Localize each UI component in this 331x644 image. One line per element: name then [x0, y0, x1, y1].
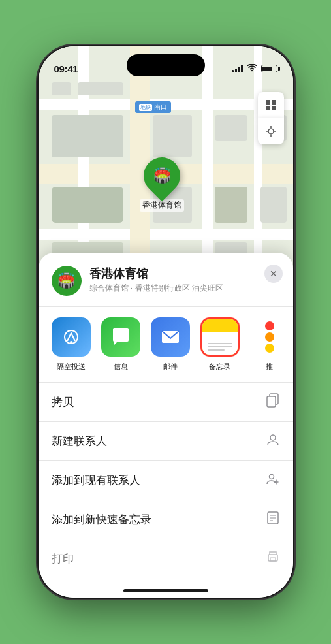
svg-point-15 — [269, 475, 274, 479]
mail-label: 邮件 — [163, 362, 178, 372]
new-contact-label: 新建联系人 — [52, 434, 107, 449]
svg-rect-1 — [272, 100, 276, 105]
share-messages[interactable]: 信息 — [101, 317, 140, 372]
status-icons — [232, 64, 277, 74]
more-label: 推 — [266, 362, 273, 372]
location-venue-icon: 🏟️ — [52, 266, 82, 296]
svg-point-4 — [268, 129, 274, 134]
new-contact-icon — [266, 432, 280, 450]
messages-icon — [101, 317, 140, 357]
svg-rect-0 — [266, 100, 270, 105]
notes-icon-wrap — [200, 317, 240, 357]
print-icon — [266, 550, 280, 568]
location-name: 香港体育馆 — [89, 266, 280, 282]
add-to-notes-icon — [266, 511, 280, 528]
location-pin: 🏟️ 香港体育馆 — [140, 157, 184, 212]
bottom-sheet: 🏟️ 香港体育馆 综合体育馆 · 香港特别行政区 油尖旺区 ✕ — [39, 253, 293, 598]
add-to-contact-label: 添加到现有联系人 — [52, 473, 140, 488]
share-notes[interactable]: 备忘录 — [200, 317, 240, 372]
airdrop-label: 隔空投送 — [57, 362, 86, 372]
close-icon: ✕ — [270, 269, 277, 278]
action-new-contact[interactable]: 新建联系人 — [39, 422, 293, 461]
action-copy[interactable]: 拷贝 — [39, 383, 293, 422]
svg-point-14 — [270, 435, 276, 440]
action-print[interactable]: 打印 — [39, 539, 293, 578]
map-view-button[interactable] — [258, 92, 284, 118]
phone-frame: 09:41 — [39, 46, 293, 598]
location-header: 🏟️ 香港体育馆 综合体育馆 · 香港特别行政区 油尖旺区 ✕ — [39, 253, 293, 307]
map-controls — [258, 92, 284, 144]
svg-rect-13 — [267, 396, 276, 407]
battery-icon — [261, 65, 277, 72]
add-to-contact-icon — [266, 472, 280, 489]
metro-label: 地铁 南口 — [135, 101, 171, 113]
svg-point-10 — [70, 341, 72, 344]
location-button[interactable] — [258, 118, 284, 144]
svg-rect-3 — [272, 106, 276, 110]
share-row: 隔空投送 信息 — [39, 307, 293, 383]
add-to-notes-label: 添加到新快速备忘录 — [52, 512, 151, 527]
share-airdrop[interactable]: 隔空投送 — [52, 317, 91, 372]
phone-screen: 09:41 — [39, 46, 293, 598]
notes-label: 备忘录 — [209, 362, 230, 372]
airdrop-icon — [52, 317, 91, 357]
messages-label: 信息 — [114, 362, 128, 372]
dynamic-island — [127, 54, 205, 76]
share-mail[interactable]: 邮件 — [151, 317, 190, 372]
copy-icon — [266, 393, 280, 411]
location-info: 香港体育馆 综合体育馆 · 香港特别行政区 油尖旺区 — [89, 266, 280, 294]
copy-label: 拷贝 — [52, 394, 74, 410]
status-time: 09:41 — [54, 63, 78, 74]
svg-rect-2 — [266, 106, 270, 110]
print-label: 打印 — [52, 551, 74, 566]
location-subtitle: 综合体育馆 · 香港特别行政区 油尖旺区 — [89, 283, 280, 294]
wifi-icon — [247, 64, 257, 74]
share-more[interactable]: 推 — [250, 317, 289, 372]
action-add-to-contact[interactable]: 添加到现有联系人 — [39, 461, 293, 500]
action-add-to-notes[interactable]: 添加到新快速备忘录 — [39, 500, 293, 539]
mail-icon — [151, 317, 190, 357]
home-indicator — [123, 589, 208, 592]
signal-icon — [232, 65, 243, 72]
more-icon — [250, 317, 289, 357]
close-button[interactable]: ✕ — [264, 265, 283, 283]
